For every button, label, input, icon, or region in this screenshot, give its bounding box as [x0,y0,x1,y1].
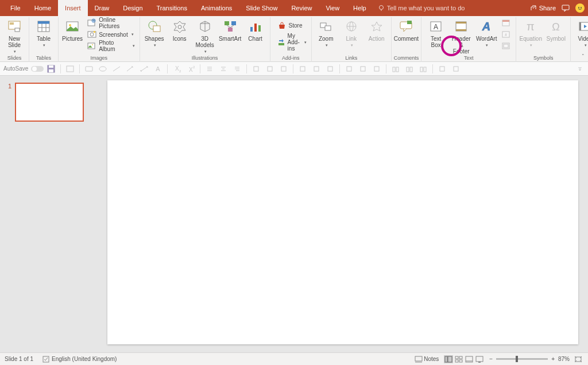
qat-icon[interactable] [405,64,414,73]
svg-point-4 [581,7,582,8]
notes-button[interactable] [414,355,423,363]
fit-to-window-icon[interactable] [574,355,583,363]
qat-icon[interactable] [205,64,214,73]
smartart-button[interactable]: SmartArt [218,17,242,42]
screenshot-button[interactable]: Screenshot [85,29,137,40]
qat-icon[interactable] [326,64,335,73]
icons-button[interactable]: Icons [168,17,192,42]
tab-transitions[interactable]: Transitions [150,0,194,16]
tab-insert[interactable]: Insert [58,0,88,16]
text-box-button[interactable]: AText Box [424,17,448,48]
svg-rect-96 [396,67,399,72]
tab-animations[interactable]: Animations [194,0,239,16]
qat-icon[interactable] [84,64,94,73]
svg-rect-68 [67,66,74,72]
smartart-label: SmartArt [219,36,241,42]
spellcheck-icon[interactable] [42,355,51,363]
qat-icon[interactable] [219,64,228,73]
svg-rect-31 [250,27,253,32]
qat-icon[interactable] [358,64,368,73]
3d-models-button[interactable]: 3D Models [193,17,217,55]
qat-icon[interactable] [126,64,135,73]
qat-icon[interactable]: A [153,64,163,73]
svg-point-64 [32,67,37,71]
view-reading-icon[interactable] [465,355,474,363]
qat-icon[interactable] [451,64,461,73]
qat-icon[interactable] [140,64,149,73]
notes-label[interactable]: Notes [424,356,439,362]
video-button[interactable]: Video [573,17,588,48]
svg-rect-20 [94,31,95,33]
svg-rect-109 [459,356,462,359]
view-sorter-icon[interactable] [454,355,463,363]
save-icon[interactable] [47,64,56,73]
zoom-value[interactable]: 87% [558,356,570,362]
svg-rect-93 [361,67,365,71]
my-addins-icon [277,38,285,47]
tab-file[interactable]: File [3,0,28,16]
new-slide-icon [6,18,22,34]
photo-album-button[interactable]: Photo Album [85,40,137,52]
qat-icon[interactable] [312,64,321,73]
qat-icon[interactable] [265,64,274,73]
autosave-toggle[interactable] [33,64,42,73]
group-illustrations: Shapes Icons 3D Models SmartArt Chart Il… [140,17,270,62]
video-icon [577,18,588,34]
qat-icon[interactable] [98,64,107,73]
status-slide-count[interactable]: Slide 1 of 1 [5,356,33,362]
status-language[interactable]: English (United Kingdom) [52,356,117,362]
comment-button[interactable]: Comment [394,17,418,42]
svg-text:X: X [175,65,179,72]
tab-home[interactable]: Home [28,0,58,16]
chart-button[interactable]: Chart [243,17,268,42]
tab-draw[interactable]: Draw [88,0,117,16]
qat-icon[interactable] [438,64,447,73]
qat-icon[interactable] [65,64,75,73]
tab-review[interactable]: Review [284,0,319,16]
qat-icon[interactable] [419,64,428,73]
collapse-ribbon-button[interactable]: ˄ [582,53,585,59]
profile-icon[interactable] [575,3,585,13]
wordart-button[interactable]: AWordArt [474,17,498,48]
zoom-slider[interactable] [496,358,548,360]
new-slide-button[interactable]: New Slide [2,17,26,55]
qat-icon[interactable] [112,64,121,73]
view-slideshow-icon[interactable] [475,355,484,363]
slide-canvas[interactable] [107,80,578,344]
qat-icon[interactable] [252,64,261,73]
qat-icon[interactable] [345,64,354,73]
tab-design[interactable]: Design [116,0,149,16]
svg-rect-28 [228,28,233,32]
tell-me-search[interactable]: Tell me what you want to do [378,5,465,11]
online-pictures-button[interactable]: Online Pictures [85,17,137,29]
qat-overflow-icon[interactable] [575,64,585,73]
table-button[interactable]: Table [32,17,56,48]
tab-slide-show[interactable]: Slide Show [239,0,284,16]
my-addins-button[interactable]: My Add-ins [275,37,309,48]
qat-icon[interactable] [279,64,288,73]
symbol-label: Symbol [547,36,566,42]
zoom-button[interactable]: Zoom [314,17,338,48]
pictures-button[interactable]: Pictures [61,17,84,42]
slide-thumbnail[interactable] [15,83,84,122]
slide-editor-area[interactable] [101,76,588,352]
qat-superscript-icon[interactable]: X2 [186,64,195,73]
tab-help[interactable]: Help [346,0,373,16]
qat-icon[interactable] [391,64,400,73]
qat-subscript-icon[interactable]: X2 [172,64,181,73]
zoom-out-button[interactable]: − [489,356,493,362]
share-button[interactable]: Share [530,5,556,11]
qat-icon[interactable] [233,64,242,73]
comments-icon[interactable] [562,5,570,11]
view-normal-icon[interactable] [444,355,453,363]
qat-icon[interactable] [372,64,381,73]
tab-view[interactable]: View [319,0,346,16]
svg-rect-88 [281,67,286,71]
date-time-button [500,17,513,29]
qat-icon[interactable] [298,64,307,73]
3d-models-label: 3D Models [194,36,216,48]
zoom-in-button[interactable]: + [551,356,555,362]
shapes-button[interactable]: Shapes [142,17,167,48]
header-footer-button[interactable]: Header & Footer [449,17,473,55]
store-button[interactable]: Store [275,20,309,32]
